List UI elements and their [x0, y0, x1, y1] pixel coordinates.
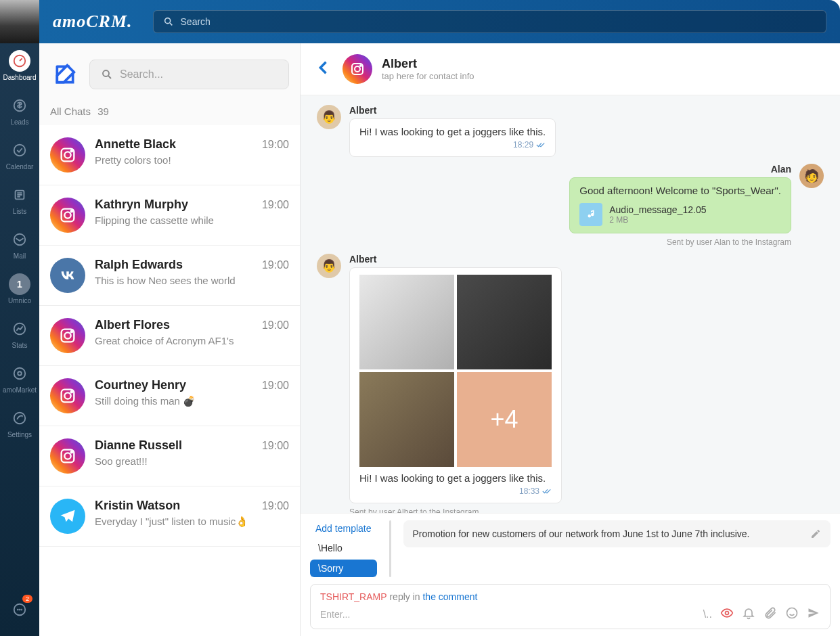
music-note-icon — [579, 203, 602, 226]
photo-thumbnail[interactable] — [359, 372, 454, 467]
message-outgoing: Alan Good afternoon! Welcome to "Sports_… — [317, 164, 824, 247]
nav-umnico[interactable]: 1 Umnico — [0, 267, 39, 311]
search-placeholder: Search — [181, 16, 211, 27]
nav-label: Calendar — [6, 163, 34, 171]
ig-avatar-icon — [50, 198, 85, 233]
context-link[interactable]: the comment — [422, 591, 477, 602]
chat-item[interactable]: Courtney Henry 19:00 Still doing this ma… — [39, 366, 300, 426]
chat-time: 19:00 — [262, 199, 289, 211]
nav-notifications[interactable]: 2 — [0, 592, 39, 629]
photo-thumbnail[interactable] — [359, 275, 454, 369]
chat-preview: This is how Neo sees the world — [95, 275, 289, 286]
visibility-button[interactable] — [720, 606, 734, 622]
chat-preview: Great choice of Acronym AF1's — [95, 335, 289, 346]
message-incoming: 👨 Albert Hi! I was looking to get a jogg… — [317, 105, 824, 157]
chat-preview: Pretty colors too! — [95, 154, 289, 166]
chat-item[interactable]: Dianne Russell 19:00 Soo great!!! — [39, 426, 300, 486]
chat-preview: Still doing this man 💣 — [95, 395, 289, 407]
audio-attachment[interactable]: Audio_message_12.05 2 MB — [579, 203, 781, 226]
nav-mail[interactable]: Mail — [0, 222, 39, 267]
attach-button[interactable] — [764, 606, 777, 622]
messages-area: 👨 Albert Hi! I was looking to get a jogg… — [301, 95, 840, 513]
nav-dashboard[interactable]: Dashboard — [0, 43, 39, 88]
chat-item[interactable]: Kristin Watson 19:00 Everyday I "just" l… — [39, 486, 300, 547]
nav-label: Leads — [10, 118, 28, 126]
svg-point-28 — [64, 453, 70, 459]
message-time: 18:29 — [513, 140, 533, 150]
svg-point-32 — [360, 65, 361, 66]
nav-leads[interactable]: Leads — [0, 88, 39, 133]
chat-search-input[interactable]: Search... — [89, 60, 289, 89]
ig-avatar-icon — [50, 378, 85, 413]
photo-grid: +4 — [359, 275, 552, 467]
emoji-button[interactable] — [785, 606, 799, 622]
chat-name: Kristin Watson — [95, 499, 180, 513]
svg-point-17 — [71, 150, 72, 152]
nav-lists[interactable]: Lists — [0, 177, 39, 222]
message-incoming: 👨 Albert +4 Hi! I was looking to get a j… — [317, 254, 824, 513]
back-button[interactable] — [314, 58, 333, 80]
top-header: amoCRM. Search — [39, 0, 840, 43]
chat-item[interactable]: Albert Flores 19:00 Great choice of Acro… — [39, 306, 300, 366]
chat-time: 19:00 — [262, 440, 289, 452]
compose-button[interactable] — [50, 60, 80, 89]
stats-icon — [9, 318, 30, 340]
photo-thumbnail[interactable] — [457, 275, 552, 369]
svg-point-20 — [71, 210, 72, 212]
chat-item[interactable]: Kathryn Murphy 19:00 Flipping the casset… — [39, 185, 300, 246]
audio-filename: Audio_message_12.05 — [609, 204, 706, 215]
conversation-subtitle[interactable]: tap here for contact info — [382, 71, 474, 81]
chat-item[interactable]: Annette Black 19:00 Pretty colors too! — [39, 125, 300, 185]
conversation-panel: Albert tap here for contact info 👨 Alber… — [301, 43, 840, 636]
search-icon — [163, 16, 174, 27]
message-input-box[interactable]: TSHIRT_RAMP reply in the comment Enter..… — [310, 584, 831, 629]
search-icon — [101, 68, 113, 81]
bell-button[interactable] — [742, 606, 755, 622]
send-button[interactable] — [807, 606, 820, 622]
edit-icon[interactable] — [810, 528, 821, 539]
nav-stats[interactable]: Stats — [0, 311, 39, 356]
chat-name: Annette Black — [95, 137, 176, 152]
svg-point-25 — [64, 392, 70, 399]
nav-amomarket[interactable]: amoMarket — [0, 356, 39, 401]
conversation-header: Albert tap here for contact info — [301, 43, 840, 95]
ig-avatar-icon — [50, 137, 85, 173]
slash-command-button[interactable]: \.. — [703, 608, 712, 620]
chat-name: Dianne Russell — [95, 438, 182, 453]
nav-calendar[interactable]: Calendar — [0, 133, 39, 177]
nav-label: Lists — [13, 208, 27, 215]
add-template-button[interactable]: Add template — [310, 520, 377, 537]
chat-name: Courtney Henry — [95, 378, 186, 392]
global-search[interactable]: Search — [153, 10, 826, 33]
svg-point-23 — [71, 331, 72, 332]
message-sender: Albert — [349, 254, 562, 265]
message-text: Hi! I was looking to get a joggers like … — [359, 126, 546, 137]
conversation-title: Albert — [382, 57, 474, 71]
template-chip-active[interactable]: \Sorry — [310, 560, 377, 577]
photo-more-overlay[interactable]: +4 — [457, 372, 552, 467]
template-preview: Promotion for new customers of our netwo… — [403, 520, 831, 547]
chat-preview: Everyday I "just" listen to music👌 — [95, 516, 289, 528]
chat-list: Annette Black 19:00 Pretty colors too! K… — [39, 125, 300, 636]
svg-point-33 — [726, 612, 729, 615]
svg-point-12 — [21, 610, 22, 610]
message-time: 18:33 — [519, 486, 539, 496]
ig-avatar-icon — [50, 318, 85, 353]
context-tag: TSHIRT_RAMP — [320, 591, 387, 602]
double-check-icon — [536, 141, 546, 148]
sent-by-label: Sent by user Albert to the Instagram — [349, 507, 562, 513]
nav-label: Umnico — [8, 297, 31, 304]
chat-item[interactable]: Ralph Edwards 19:00 This is how Neo sees… — [39, 246, 300, 306]
chat-preview: Soo great!!! — [95, 455, 289, 467]
nav-settings[interactable]: Settings — [0, 401, 39, 445]
notification-badge: 2 — [22, 595, 32, 603]
nav-label: Stats — [12, 342, 28, 349]
message-sender: Albert — [349, 105, 556, 116]
chevron-left-icon — [314, 58, 333, 77]
nav-label: Dashboard — [3, 74, 37, 81]
sent-by-label: Sent by user Alan to the Instagram — [667, 237, 791, 247]
conversation-avatar[interactable] — [342, 54, 372, 84]
svg-point-2 — [14, 145, 26, 156]
template-chip[interactable]: \Hello — [310, 539, 377, 557]
avatar: 👨 — [317, 105, 341, 129]
